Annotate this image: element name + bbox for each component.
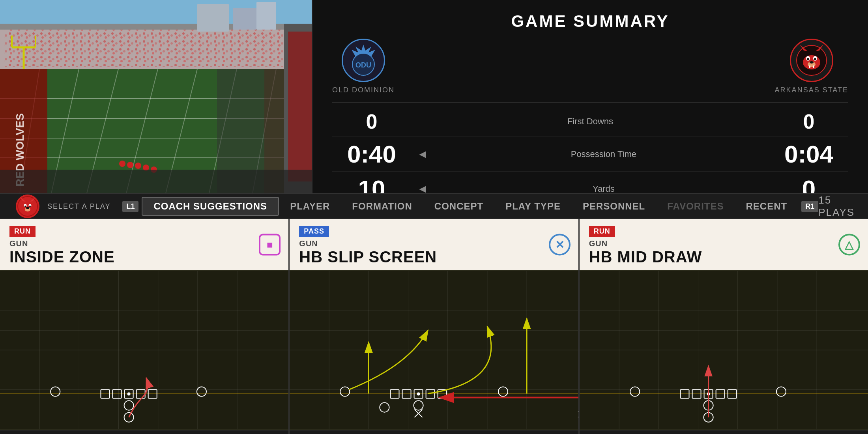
tab-recent[interactable]: Recent (735, 198, 799, 215)
tab-formation[interactable]: Formation (341, 198, 423, 215)
play-icon-symbol-2: ✕ (555, 238, 564, 251)
nav-tabs: L1 Coach Suggestions Player Formation Co… (122, 197, 818, 216)
svg-point-52 (810, 61, 814, 64)
tab-favorites[interactable]: Favorites (656, 198, 735, 215)
team2-name: ARKANSAS STATE (775, 86, 848, 94)
team1-name: OLD DOMINION (332, 86, 395, 94)
stat-possession-right: 0:04 (769, 140, 848, 168)
game-summary-title: GAME SUMMARY (332, 12, 848, 31)
stat-firstdowns-left: 0 (332, 110, 411, 133)
svg-rect-7 (233, 8, 256, 30)
svg-rect-8 (256, 2, 276, 30)
r1-badge: R1 (801, 201, 818, 212)
svg-point-64 (26, 207, 29, 209)
stat-label-possession: Possession Time (438, 149, 769, 159)
play-icon-2: ✕ (549, 234, 571, 256)
svg-rect-36 (0, 170, 312, 193)
stat-possession-left: 0:40 (332, 140, 411, 168)
l1-badge: L1 (122, 201, 138, 212)
plays-count: 15 PLAYS (818, 194, 855, 219)
play-formation-2: GUN (299, 239, 569, 248)
svg-point-50 (814, 58, 816, 60)
play-cards: RUN GUN INSIDE ZONE ■ (0, 219, 868, 434)
svg-point-32 (119, 161, 125, 167)
stat-row-possession: 0:40 ◄ Possession Time 0:04 (332, 137, 848, 172)
play-type-badge-3: RUN (589, 226, 615, 237)
stat-row-firstdowns: 0 First Downs 0 (332, 107, 848, 137)
possession-indicator-left: ◄ (417, 148, 428, 161)
top-section: RED WOLVES (0, 0, 868, 193)
play-card-inside-zone[interactable]: RUN GUN INSIDE ZONE ■ (0, 219, 290, 434)
play-footer-2: 0 CALLS | 0.0 AVG YDS (290, 430, 578, 434)
svg-point-62 (29, 206, 31, 207)
play-card-3-header: RUN GUN HB MID DRAW △ (580, 219, 868, 270)
svg-rect-6 (197, 4, 229, 32)
stats-section: 0 First Downs 0 0:40 ◄ Possession Time 0… (332, 102, 848, 206)
svg-rect-54 (813, 65, 814, 68)
stadium-view: RED WOLVES (0, 0, 312, 193)
stat-label-firstdowns: First Downs (411, 116, 769, 127)
play-name-1: INSIDE ZONE (9, 248, 279, 266)
svg-point-28 (135, 163, 141, 169)
teams-row: ODU OLD DOMINION (332, 39, 848, 94)
play-footer-3: 0 CALLS | 0.0 AVG YDS (580, 430, 868, 434)
tab-coach-suggestions[interactable]: Coach Suggestions (142, 197, 279, 216)
play-icon-1: ■ (259, 234, 281, 256)
play-icon-3: △ (838, 234, 860, 256)
svg-point-107 (417, 393, 420, 396)
odu-logo: ODU (342, 39, 385, 82)
game-summary-panel: GAME SUMMARY ODU OLD DOMINION (312, 0, 868, 193)
arkstate-logo (790, 39, 833, 82)
play-footer-1: 0 CALLS | 0.0 AVG YDS (0, 430, 288, 434)
play-card-hb-slip-screen[interactable]: PASS GUN HB SLIP SCREEN ✕ (290, 219, 579, 434)
svg-rect-53 (809, 65, 810, 68)
svg-text:ODU: ODU (355, 61, 371, 69)
svg-point-30 (127, 162, 133, 168)
tab-play-type[interactable]: Play Type (494, 198, 572, 215)
play-icon-symbol-3: △ (845, 238, 853, 251)
svg-point-49 (807, 58, 809, 60)
play-diagram-1 (0, 270, 288, 430)
play-type-badge-1: RUN (9, 226, 36, 237)
svg-point-83 (127, 393, 131, 396)
play-name-3: HB MID DRAW (589, 248, 859, 266)
team-logo-small (16, 195, 39, 218)
main-layout: RED WOLVES (0, 0, 868, 434)
svg-rect-35 (288, 32, 312, 181)
play-icon-symbol-1: ■ (267, 239, 273, 251)
svg-rect-4 (4, 28, 308, 67)
play-diagram-2 (290, 270, 578, 430)
play-card-hb-mid-draw[interactable]: RUN GUN HB MID DRAW △ (580, 219, 868, 434)
tab-concept[interactable]: Concept (423, 198, 494, 215)
team-odu: ODU OLD DOMINION (332, 39, 395, 94)
play-select-bar: SELECT A PLAY L1 Coach Suggestions Playe… (0, 193, 868, 219)
stat-label-yards: Yards (438, 184, 769, 194)
team-arkstate: ARKANSAS STATE (775, 39, 848, 94)
tab-personnel[interactable]: Personnel (572, 198, 656, 215)
play-diagram-3 (580, 270, 868, 430)
play-formation-1: GUN (9, 239, 279, 248)
play-formation-3: GUN (589, 239, 859, 248)
select-play-label: SELECT A PLAY (47, 202, 110, 211)
svg-point-61 (24, 206, 26, 207)
play-name-2: HB SLIP SCREEN (299, 248, 569, 266)
tab-player[interactable]: Player (279, 198, 341, 215)
stat-firstdowns-right: 0 (769, 110, 848, 133)
play-type-badge-2: PASS (299, 226, 329, 237)
play-card-2-header: PASS GUN HB SLIP SCREEN ✕ (290, 219, 578, 270)
play-card-1-header: RUN GUN INSIDE ZONE ■ (0, 219, 288, 270)
